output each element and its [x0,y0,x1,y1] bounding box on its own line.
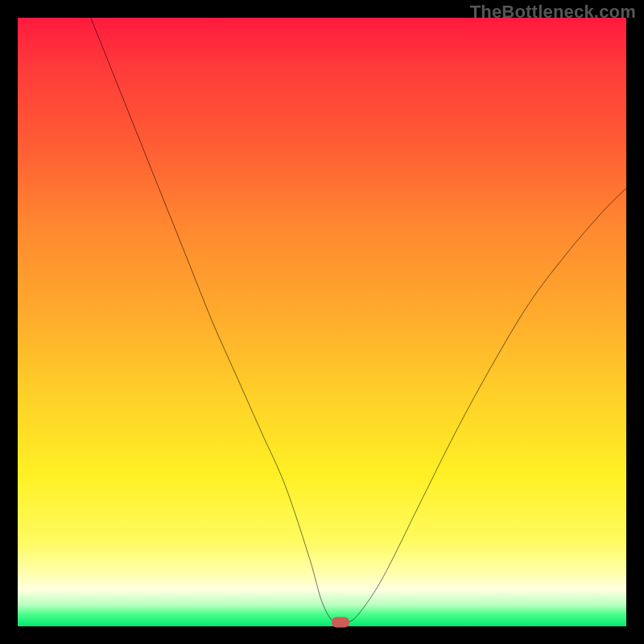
optimum-marker [332,617,349,628]
plot-area [18,18,626,626]
curve-svg [18,18,626,626]
watermark-text: TheBottleneck.com [470,2,636,23]
bottleneck-curve-path [91,18,626,625]
chart-frame: TheBottleneck.com [0,0,644,644]
